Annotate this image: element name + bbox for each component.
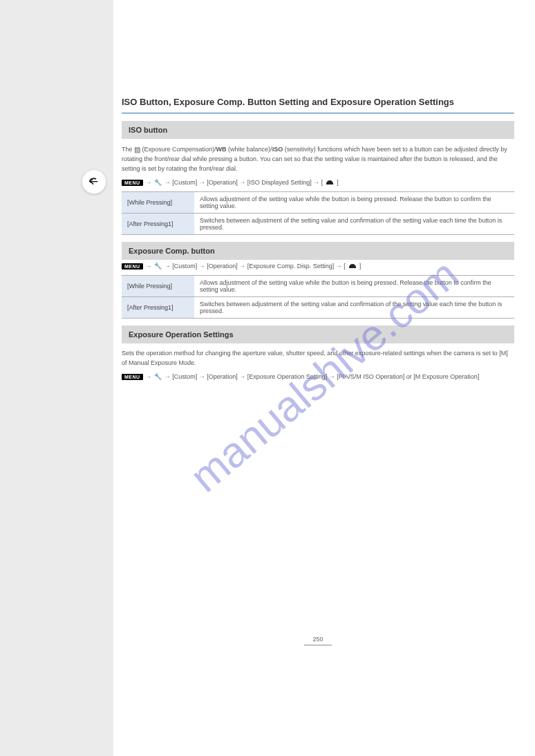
section-heading-expcomp: Exposure Comp. button xyxy=(122,242,514,260)
back-arrow-icon xyxy=(88,176,100,188)
option-desc: Switches between adjustment of the setti… xyxy=(194,214,514,235)
menu-badge-icon: MENU xyxy=(122,180,143,186)
dial-icon xyxy=(326,179,334,186)
table-row: [After Pressing1] Switches between adjus… xyxy=(122,297,514,319)
page-title: ISO Button, Exposure Comp. Button Settin… xyxy=(122,97,514,107)
iso-description: The ▨ (Exposure Compensation)/WB (white … xyxy=(122,144,514,173)
option-desc: Allows adjustment of the setting value w… xyxy=(194,192,514,214)
gear-icon: 🔧 xyxy=(154,263,162,270)
svg-rect-2 xyxy=(349,267,356,268)
gear-icon: 🔧 xyxy=(154,373,162,380)
option-label: [After Pressing1] xyxy=(122,214,194,235)
dial-icon xyxy=(348,263,357,270)
sidebar xyxy=(0,0,113,756)
expops-description: Sets the operation method for changing t… xyxy=(122,349,514,368)
section-heading-iso: ISO button xyxy=(122,121,514,139)
gear-icon: 🔧 xyxy=(154,179,162,186)
menu-path-iso: MENU → 🔧 → [Custom] → [Operation] → [ISO… xyxy=(122,179,514,186)
main-content: ISO Button, Exposure Comp. Button Settin… xyxy=(113,0,535,756)
wb-label: WB xyxy=(216,146,227,153)
iso-label: ISO xyxy=(272,146,283,153)
menu-path-expops: MENU → 🔧 → [Custom] → [Operation] → [Exp… xyxy=(122,373,514,380)
iso-options-table: [While Pressing] Allows adjustment of th… xyxy=(122,191,514,235)
table-row: [While Pressing] Allows adjustment of th… xyxy=(122,192,514,214)
option-label: [While Pressing] xyxy=(122,276,194,297)
option-desc: Allows adjustment of the setting value w… xyxy=(194,276,514,297)
menu-path-expcomp: MENU → 🔧 → [Custom] → [Operation] → [Exp… xyxy=(122,263,514,270)
menu-badge-icon: MENU xyxy=(122,374,143,380)
menu-badge-icon: MENU xyxy=(122,263,143,270)
expcomp-options-table: [While Pressing] Allows adjustment of th… xyxy=(122,275,514,319)
section-heading-expops: Exposure Operation Settings xyxy=(122,325,514,343)
svg-rect-1 xyxy=(326,183,333,185)
title-rule xyxy=(122,113,514,114)
option-label: [After Pressing1] xyxy=(122,297,194,319)
table-row: [While Pressing] Allows adjustment of th… xyxy=(122,276,514,297)
exposure-comp-icon: ▨ xyxy=(134,144,140,155)
table-row: [After Pressing1] Switches between adjus… xyxy=(122,214,514,235)
back-button[interactable] xyxy=(82,169,106,194)
option-desc: Switches between adjustment of the setti… xyxy=(194,297,514,319)
page-number: 250 xyxy=(122,636,514,645)
option-label: [While Pressing] xyxy=(122,192,194,214)
